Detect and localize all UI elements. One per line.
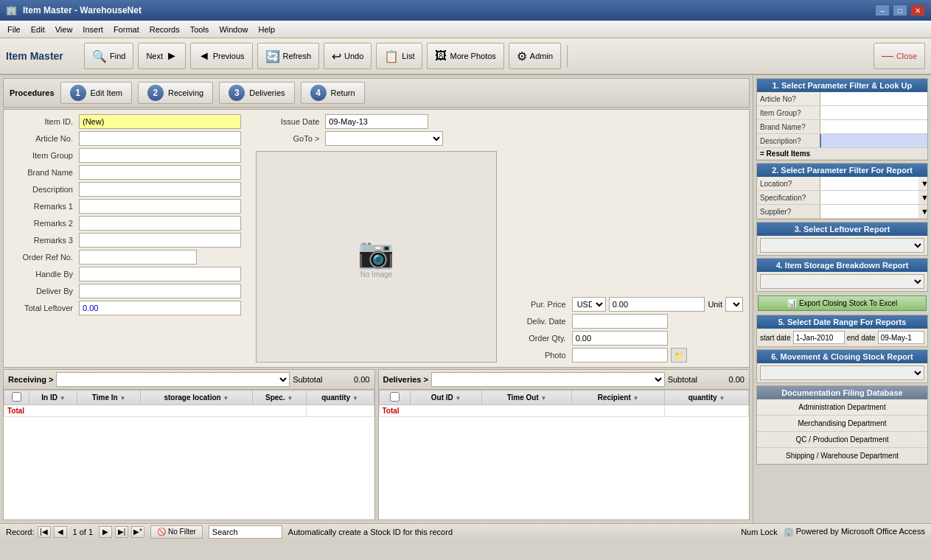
supplier-dropdown-arrow[interactable]: ▼ xyxy=(918,207,931,216)
col-out-id[interactable]: Out ID ▼ xyxy=(411,391,482,405)
admin-dept-btn[interactable]: Administration Department xyxy=(757,399,927,416)
merch-dept-btn[interactable]: Merchandising Department xyxy=(757,416,927,432)
menu-format[interactable]: Format xyxy=(109,24,144,35)
deliver-by-input[interactable] xyxy=(79,284,241,298)
menu-tools[interactable]: Tools xyxy=(186,24,214,35)
window-close-btn[interactable]: ✕ xyxy=(910,4,925,16)
deliveries-select[interactable] xyxy=(431,372,665,387)
spec-filter-input[interactable] xyxy=(820,191,918,204)
next-record-btn[interactable]: ▶ xyxy=(99,526,112,538)
record-label: Record: xyxy=(6,528,35,536)
spec-dropdown-arrow[interactable]: ▼ xyxy=(918,193,931,202)
menu-view[interactable]: View xyxy=(51,24,77,35)
receiving-button[interactable]: 2 Receiving xyxy=(138,82,213,104)
item-group-input[interactable] xyxy=(79,148,241,163)
edit-item-button[interactable]: 1 Edit Item xyxy=(60,82,132,104)
deliveries-button[interactable]: 3 Deliveries xyxy=(219,82,294,104)
menu-edit[interactable]: Edit xyxy=(27,24,49,35)
next-button[interactable]: Next ► xyxy=(138,43,185,69)
col-checkbox-d xyxy=(379,391,411,405)
no-filter-btn[interactable]: 🚫 No Filter xyxy=(150,525,203,539)
refresh-button[interactable]: 🔄 Refresh xyxy=(257,43,320,69)
article-no-filter-row: Article No? xyxy=(757,92,927,106)
col-spec[interactable]: Spec. ▼ xyxy=(252,391,306,405)
admin-button[interactable]: ⚙ Admin xyxy=(509,43,561,69)
article-no-input[interactable] xyxy=(79,131,241,146)
issue-date-label: Issue Date xyxy=(256,117,322,126)
list-button[interactable]: 📋 List xyxy=(376,43,422,69)
remarks2-input[interactable] xyxy=(79,216,241,231)
result-items-row: = Result Items xyxy=(757,148,927,160)
remarks1-input[interactable] xyxy=(79,199,241,214)
return-button[interactable]: 4 Return xyxy=(301,82,365,104)
new-record-btn[interactable]: ▶* xyxy=(131,526,144,538)
supplier-filter-input[interactable] xyxy=(820,205,918,218)
col-qty-in[interactable]: quantity ▼ xyxy=(306,391,374,405)
select-all-deliveries[interactable] xyxy=(390,392,400,402)
first-record-btn[interactable]: |◀ xyxy=(38,526,51,538)
maximize-btn[interactable]: □ xyxy=(893,4,907,16)
location-dropdown-arrow[interactable]: ▼ xyxy=(918,179,931,188)
qc-dept-btn[interactable]: QC / Production Department xyxy=(757,432,927,448)
issue-date-row: Issue Date xyxy=(256,114,496,129)
unit-select[interactable] xyxy=(725,297,743,312)
shipping-dept-btn[interactable]: Shipping / Warehouse Department xyxy=(757,448,927,464)
search-input[interactable] xyxy=(209,525,282,539)
photo-browse-btn[interactable]: 📁 xyxy=(671,348,687,363)
description-input[interactable] xyxy=(79,182,241,197)
goto-select[interactable] xyxy=(325,131,443,146)
receiving-select[interactable] xyxy=(56,372,290,387)
issue-date-input[interactable] xyxy=(325,114,428,129)
col-recipient[interactable]: Recipient ▼ xyxy=(572,391,665,405)
menu-window[interactable]: Window xyxy=(215,24,252,35)
total-leftover-input[interactable] xyxy=(79,301,241,315)
deliveries-num: 3 xyxy=(229,85,245,101)
location-filter-input[interactable] xyxy=(820,177,918,190)
col-in-id[interactable]: In ID ▼ xyxy=(29,391,77,405)
brand-name-input[interactable] xyxy=(79,165,241,180)
photo-input[interactable] xyxy=(572,348,668,363)
receiving-header: Receiving > Subtotal 0.00 xyxy=(4,370,374,390)
handle-by-input[interactable] xyxy=(79,267,241,281)
leftover-report-select[interactable] xyxy=(760,238,924,253)
export-closing-stock-button[interactable]: 📊 Export Closing Stock To Excel xyxy=(758,295,927,311)
deliv-date-input[interactable] xyxy=(572,314,668,329)
select-all-receiving[interactable] xyxy=(12,392,21,402)
find-button[interactable]: 🔍 Find xyxy=(84,43,133,69)
order-ref-input[interactable] xyxy=(79,250,197,265)
minimize-btn[interactable]: – xyxy=(875,4,890,16)
menu-insert[interactable]: Insert xyxy=(78,24,108,35)
item-id-row: Item ID. xyxy=(10,114,250,129)
col-time-out[interactable]: Time Out ▼ xyxy=(481,391,571,405)
menu-help[interactable]: Help xyxy=(254,24,280,35)
location-filter-row: Location? ▼ xyxy=(757,177,927,191)
description-label: Description xyxy=(10,185,76,194)
item-group-filter-input[interactable] xyxy=(820,106,927,119)
brand-name-filter-input[interactable] xyxy=(820,120,927,133)
prev-record-btn[interactable]: ◀ xyxy=(54,526,67,538)
receiving-num: 2 xyxy=(147,85,164,101)
close-button[interactable]: — Close xyxy=(874,43,925,69)
article-no-filter-input[interactable] xyxy=(820,92,927,105)
movement-stock-select[interactable] xyxy=(760,365,924,380)
menu-records[interactable]: Records xyxy=(145,24,184,35)
col-storage[interactable]: storage location ▼ xyxy=(140,391,252,405)
start-date-input[interactable] xyxy=(793,331,845,344)
order-ref-label: Order Ref No. xyxy=(10,253,76,262)
more-photos-button[interactable]: 🖼 More Photos xyxy=(427,43,503,69)
item-id-input[interactable] xyxy=(79,114,241,129)
last-record-btn[interactable]: ▶| xyxy=(115,526,128,538)
previous-button[interactable]: ◄ Previous xyxy=(190,43,253,69)
storage-breakdown-select[interactable] xyxy=(760,274,924,289)
col-qty-out[interactable]: quantity ▼ xyxy=(665,391,749,405)
menu-file[interactable]: File xyxy=(3,24,25,35)
undo-button[interactable]: ↩ Undo xyxy=(324,43,372,69)
refresh-label: Refresh xyxy=(283,52,312,60)
end-date-input[interactable] xyxy=(878,331,924,344)
remarks3-input[interactable] xyxy=(79,233,241,248)
currency-select[interactable]: USD xyxy=(572,297,606,312)
pur-price-input[interactable] xyxy=(609,297,705,312)
col-time-in[interactable]: Time In ▼ xyxy=(77,391,141,405)
description-filter-input[interactable] xyxy=(820,134,927,147)
order-qty-input[interactable] xyxy=(572,331,668,346)
